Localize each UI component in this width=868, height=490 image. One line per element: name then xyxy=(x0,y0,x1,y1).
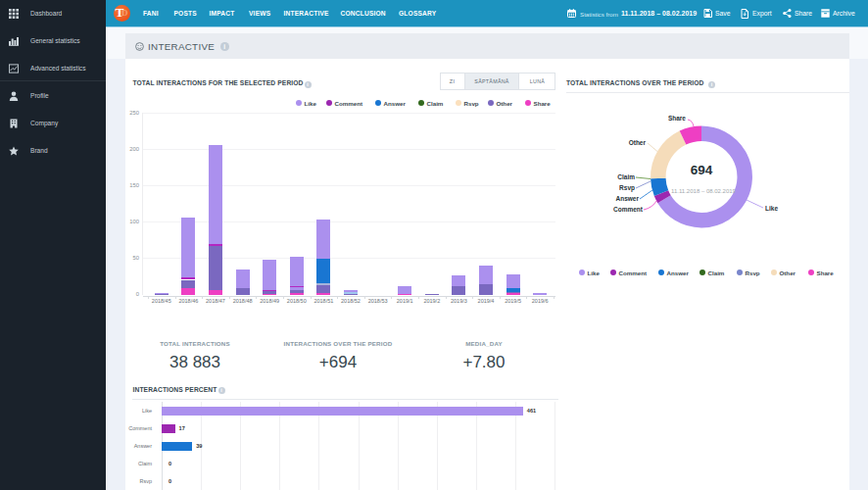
svg-text:694: 694 xyxy=(691,163,713,177)
svg-text:Claim: Claim xyxy=(617,173,635,180)
svg-text:11.11.2018 – 08.02.2019: 11.11.2018 – 08.02.2019 xyxy=(671,188,737,194)
svg-text:Rsvp: Rsvp xyxy=(619,184,635,192)
svg-text:Answer: Answer xyxy=(616,195,640,202)
svg-text:Like: Like xyxy=(765,205,778,212)
svg-text:Other: Other xyxy=(629,139,647,146)
svg-text:Comment: Comment xyxy=(613,206,644,213)
svg-text:Share: Share xyxy=(668,115,686,122)
